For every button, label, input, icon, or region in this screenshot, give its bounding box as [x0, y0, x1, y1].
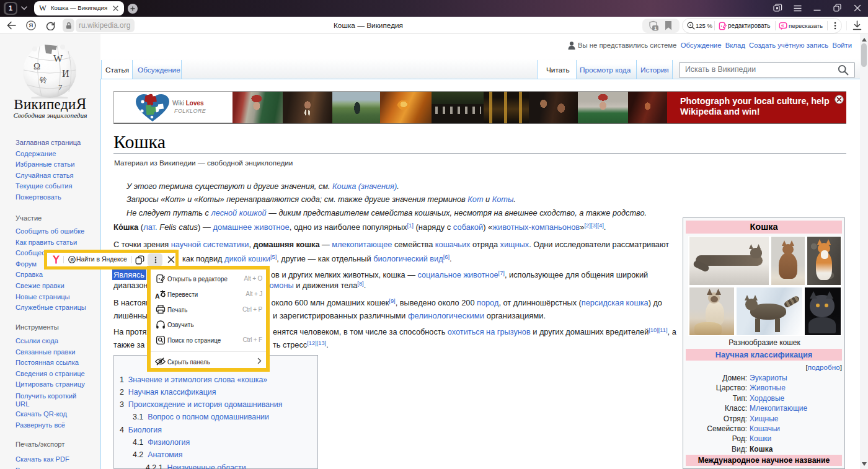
- svg-text:Я: Я: [70, 257, 73, 263]
